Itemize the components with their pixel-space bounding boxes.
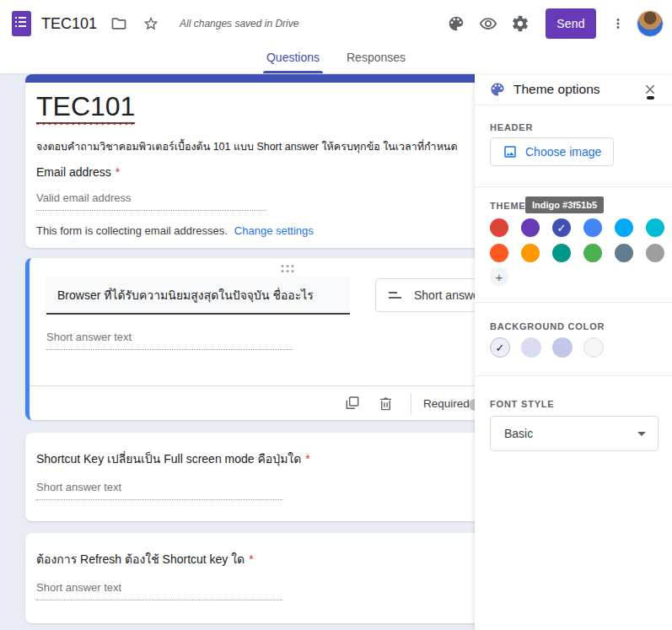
theme-color-indigo-selected[interactable]: ✓ [552,218,571,237]
email-address-label: Email address* [36,165,120,179]
tab-bar: Questions Responses [0,47,672,73]
check-icon: ✓ [496,342,505,354]
more-options-icon[interactable] [608,13,628,34]
header-section-label: HEADER [490,122,533,132]
send-button[interactable]: Send [546,8,596,39]
chevron-down-icon [637,432,646,436]
theme-color-blue-grey[interactable] [615,244,633,262]
question-text: ต้องการ Refresh ต้องใช้ Shortcut key ใด* [36,550,254,568]
email-collection-notice: This form is collecting email addresses.… [36,224,314,237]
tab-questions[interactable]: Questions [256,47,330,73]
section-divider [475,186,672,187]
theme-color-grid: ✓ [490,218,664,262]
add-custom-color-button[interactable]: + [490,267,508,286]
short-answer-placeholder: Short answer text [36,481,282,500]
toolbar-divider [411,393,411,415]
required-label: Required [423,397,470,410]
theme-color-purple[interactable] [521,218,540,237]
theme-color-orange[interactable] [521,244,540,262]
check-icon: ✓ [557,222,567,234]
form-description-input[interactable]: จงตอบคำถามวิชาคอมพิวเตอร์เบื้องต้น 101 แ… [36,138,458,155]
background-section-label: BACKGROUND COLOR [490,321,605,331]
google-forms-editor: TEC101 All changes saved in Drive Send [0,0,672,630]
question-toolbar: Required [30,385,545,420]
required-asterisk: * [116,165,120,179]
font-style-value: Basic [504,427,533,440]
background-color-medium[interactable] [552,337,573,358]
section-divider [475,375,672,376]
theme-color-deep-orange[interactable] [490,244,508,262]
star-icon[interactable] [141,13,161,34]
question-card[interactable]: ต้องการ Refresh ต้องใช้ Shortcut key ใด*… [25,533,545,623]
background-color-light[interactable] [521,337,541,358]
choose-image-button[interactable]: Choose image [490,137,614,166]
document-title[interactable]: TEC101 [41,15,97,33]
font-section-label: FONT STYLE [490,399,554,409]
question-card[interactable]: Shortcut Key เปลี่ยนเป็น Full screen mod… [25,433,545,521]
customize-theme-icon[interactable] [446,13,466,34]
theme-color-light-blue[interactable] [615,218,633,237]
background-color-neutral[interactable] [583,337,604,358]
theme-color-blue[interactable] [583,218,602,237]
image-icon [503,144,518,159]
form-title-input[interactable]: TEC101 [36,91,135,124]
question-text: Shortcut Key เปลี่ยนเป็น Full screen mod… [36,450,310,468]
duplicate-icon[interactable] [343,394,362,412]
tab-responses[interactable]: Responses [336,47,416,73]
save-status[interactable]: All changes saved in Drive [180,18,298,30]
theme-color-tooltip: Indigo #3f51b5 [525,197,604,213]
required-asterisk: * [305,452,309,466]
required-asterisk: * [249,552,253,566]
app-bar: TEC101 All changes saved in Drive Send [0,0,672,47]
palette-icon [489,81,506,98]
move-folder-icon[interactable] [109,13,129,34]
question-type-label: Short answer [414,288,483,302]
background-color-lightest-selected[interactable]: ✓ [490,337,510,358]
delete-icon[interactable] [376,394,395,412]
form-header-card: TEC101 จงตอบคำถามวิชาคอมพิวเตอร์เบื้องต้… [25,74,545,248]
theme-color-cyan[interactable] [646,218,664,237]
account-avatar[interactable] [637,10,664,37]
theme-options-panel: Theme options HEADER Choose image THEME … [475,73,672,630]
forms-logo-icon[interactable] [12,11,31,36]
theme-accent-bar [25,74,545,83]
preview-icon[interactable] [478,13,498,34]
theme-section-label: THEME [490,201,526,211]
email-address-field[interactable]: Valid email address [36,191,266,211]
settings-icon[interactable] [510,13,530,34]
drag-handle[interactable] [281,265,293,272]
font-style-dropdown[interactable]: Basic [490,416,659,451]
active-question-card: Browser ที่ได้รับความนิยมสูงสุดในปัจจุบั… [25,258,545,420]
theme-color-grey[interactable] [646,244,664,262]
theme-color-red[interactable] [490,218,508,237]
scroll-indicator [647,96,654,100]
section-divider [475,302,672,303]
panel-title: Theme options [513,82,600,97]
form-canvas: TEC101 จงตอบคำถามวิชาคอมพิวเตอร์เบื้องต้… [0,73,672,630]
background-color-grid: ✓ [490,337,604,358]
short-answer-icon [389,292,401,299]
panel-header: Theme options [475,73,672,105]
change-settings-link[interactable]: Change settings [234,224,314,237]
theme-color-green[interactable] [583,244,602,262]
short-answer-placeholder: Short answer text [46,331,293,350]
short-answer-placeholder: Short answer text [36,581,282,600]
theme-color-teal[interactable] [552,244,571,262]
question-title-input[interactable]: Browser ที่ได้รับความนิยมสูงสุดในปัจจุบั… [46,277,350,315]
